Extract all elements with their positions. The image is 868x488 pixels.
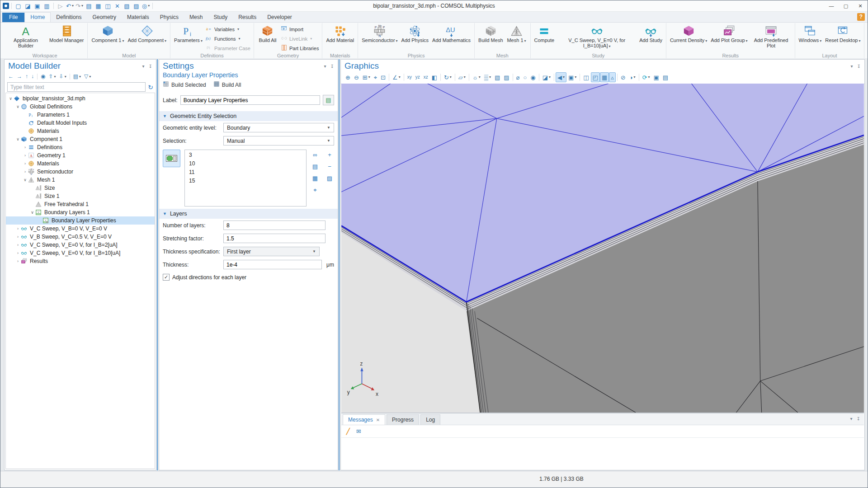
selection-list-item[interactable]: 10 (185, 160, 306, 168)
duplicate-icon[interactable]: ◫ (104, 2, 112, 10)
expander-open-icon[interactable]: ∨ (22, 178, 28, 182)
environment-icon[interactable]: ▒▾ (482, 72, 493, 82)
add-study-button[interactable]: Add Study (637, 23, 664, 43)
stretching-factor-input[interactable] (223, 234, 326, 243)
open-message-window-icon[interactable]: ✉ (355, 427, 362, 435)
selection-list-item[interactable]: 15 (185, 177, 306, 185)
zoom-search-icon[interactable]: ◎▾ (142, 2, 150, 10)
forward-icon[interactable]: → (16, 72, 23, 80)
panel-menu-icon[interactable]: ▾ (142, 64, 145, 69)
tab-physics[interactable]: Physics (155, 13, 184, 22)
sound-icon[interactable]: ◀▾ (556, 72, 566, 82)
tab-materials[interactable]: Materials (122, 13, 155, 22)
view-xy-icon[interactable]: xy (406, 72, 414, 82)
paste-icon[interactable]: ▦ (94, 2, 103, 10)
expander-open-icon[interactable]: ∨ (8, 96, 14, 101)
build-mesh-button[interactable]: Build Mesh (476, 23, 505, 43)
tree-item-v-b-sweep-v-c-0-5-v-v-e-0-v[interactable]: ›V_B Sweep, V_C=0.5 V, V_E=0 V (6, 233, 155, 241)
tab-mesh[interactable]: Mesh (184, 13, 208, 22)
delete-icon[interactable]: ✕ (113, 2, 122, 10)
deselect-entities-icon[interactable]: ▨ (502, 72, 511, 82)
close-button[interactable]: ✕ (853, 1, 868, 11)
open-file-icon[interactable]: ◪ (24, 2, 32, 10)
expander-closed-icon[interactable]: › (22, 161, 28, 166)
section-layers[interactable]: ▼ Layers (159, 209, 338, 219)
default-view-icon[interactable]: ∠▾ (391, 72, 402, 82)
application-builder-button[interactable]: AApplication Builder (4, 23, 47, 48)
move-up-icon[interactable]: ↑ (24, 72, 29, 80)
view-xz-icon[interactable]: xz (422, 72, 430, 82)
tree-item-mesh-1[interactable]: ∨Mesh 1 (6, 176, 155, 184)
filter-icon[interactable]: ▽▾ (83, 72, 92, 80)
hide-entities-icon[interactable]: ⌀ (514, 72, 522, 82)
selection-list-item[interactable]: 11 (185, 168, 306, 177)
paste-selection-icon[interactable]: ▦ (311, 174, 320, 184)
add-to-selection-icon[interactable]: + (325, 150, 334, 161)
functions-button[interactable]: f(x)Functions▾ (206, 35, 250, 42)
color-palette-icon[interactable]: ◑▾ (627, 72, 637, 82)
tree-item-global-definitions[interactable]: ∨Global Definitions (6, 103, 155, 111)
selection-list-item[interactable]: 3 (185, 151, 306, 160)
pin-icon[interactable]: ↧ (857, 416, 860, 421)
expand-icon[interactable]: ⇧▾ (47, 72, 57, 80)
save-icon[interactable]: ▣ (33, 2, 42, 10)
pin-icon[interactable]: ↧ (330, 64, 334, 69)
expander-closed-icon[interactable]: › (15, 259, 21, 263)
hide-labels-icon[interactable]: ⊘ (619, 72, 627, 82)
tab-progress[interactable]: Progress (387, 414, 419, 425)
tree-item-definitions[interactable]: ›Definitions (6, 143, 155, 151)
tree-item-semiconductor[interactable]: ›PMePNSemiconductor (6, 168, 155, 176)
expander-closed-icon[interactable]: › (15, 243, 21, 247)
transparency-icon[interactable]: ▱▾ (457, 72, 467, 82)
adjust-directions-checkbox[interactable]: ✓ Adjust directions for each layer (159, 271, 338, 283)
projection-icon[interactable]: ◧ (430, 72, 439, 82)
tab-file[interactable]: File (2, 13, 24, 22)
remove-from-selection-icon[interactable]: − (325, 162, 334, 173)
tab-results[interactable]: Results (233, 13, 262, 22)
graphics-canvas[interactable]: z y x (341, 84, 864, 413)
refresh-icon[interactable]: ↻ (148, 84, 153, 91)
add-physics-button[interactable]: Add Physics (400, 23, 431, 43)
tree-item-default-model-inputs[interactable]: Default Model Inputs (6, 119, 155, 127)
activate-selection-toggle[interactable] (163, 150, 180, 167)
zoom-out-icon[interactable]: ⊖ (352, 72, 361, 82)
copy-selection-icon[interactable]: ▤ (311, 162, 320, 173)
expander-closed-icon[interactable]: › (22, 145, 28, 150)
expander-closed-icon[interactable]: › (22, 169, 28, 174)
tree-item-geometry-1[interactable]: ›AGeometry 1 (6, 151, 155, 160)
part-libraries-button[interactable]: Part Libraries (281, 44, 319, 52)
zoom-to-selection-icon[interactable]: ⌖ (311, 185, 320, 196)
add-predefined-plot-button[interactable]: Add Predefined Plot (750, 23, 793, 48)
zoom-in-icon[interactable]: ⊕ (344, 72, 352, 82)
tree-item-size[interactable]: Size (6, 184, 155, 192)
tree-item-boundary-layers-1[interactable]: ∨Boundary Layers 1 (6, 208, 155, 216)
expander-open-icon[interactable]: ∨ (29, 210, 35, 215)
show-axis-icon[interactable]: ◰ (591, 72, 600, 82)
expander-closed-icon[interactable]: › (15, 251, 21, 255)
panel-menu-icon[interactable]: ▾ (324, 64, 326, 69)
pin-icon[interactable]: ↧ (857, 64, 861, 69)
tree-item-v-c-sweep-v-b-0-v-v-e-0-v[interactable]: ›V_C Sweep, V_B=0 V, V_E=0 V (6, 225, 155, 233)
copy-icon[interactable]: ▤ (85, 2, 93, 10)
tree-item-free-tetrahedral-1[interactable]: Free Tetrahedral 1 (6, 200, 155, 208)
variables-button[interactable]: a=Variables▾ (206, 25, 250, 33)
zoom-box-icon[interactable]: ⊞▾ (361, 72, 372, 82)
mesh-1-button[interactable]: Mesh 1▾ (505, 23, 528, 44)
expander-open-icon[interactable]: ∨ (15, 137, 21, 141)
tab-geometry[interactable]: Geometry (87, 13, 122, 22)
filter-input[interactable] (7, 82, 146, 92)
clear-messages-icon[interactable]: ╱ (345, 427, 351, 435)
tree-item-bipolar-transistor-3d-mph[interactable]: ∨bipolar_transistor_3d.mph (6, 94, 155, 103)
tab-developer[interactable]: Developer (262, 13, 297, 22)
help-button[interactable]: ? (857, 13, 865, 21)
tree-item-boundary-layer-properties[interactable]: Boundary Layer Properties (6, 216, 155, 225)
build-all-button[interactable]: Build All (213, 81, 241, 89)
zoom-extents-icon[interactable]: ⌖ (372, 72, 379, 82)
semiconductor-button[interactable]: PMePNSemiconductor▾ (360, 23, 399, 44)
add-material-button[interactable]: Add Material (324, 23, 356, 43)
pin-icon[interactable]: ↧ (149, 64, 152, 69)
scene-light-icon[interactable]: ☼▾ (471, 72, 482, 82)
tree-item-materials[interactable]: Materials (6, 127, 155, 135)
create-selection-icon[interactable]: ∞ (311, 150, 320, 161)
component-1-button[interactable]: Component 1▾ (90, 23, 126, 44)
